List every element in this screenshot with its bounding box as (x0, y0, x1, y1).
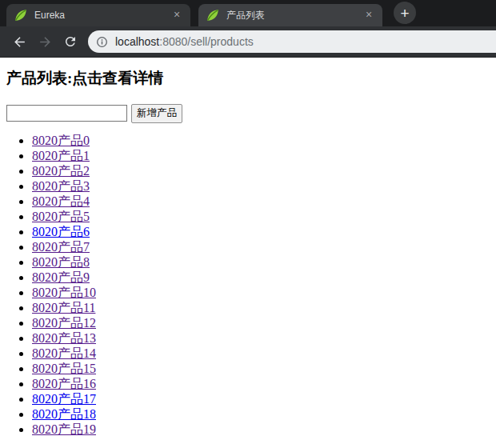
product-list: 8020产品08020产品18020产品28020产品38020产品48020产… (6, 133, 490, 437)
product-link[interactable]: 8020产品19 (32, 422, 96, 436)
product-link[interactable]: 8020产品3 (32, 179, 90, 193)
tab-title: 产品列表 (226, 9, 362, 22)
toolbar: localhost:8080/sell/products (0, 26, 496, 58)
url-text: localhost:8080/sell/products (115, 35, 254, 48)
info-icon[interactable] (96, 36, 108, 48)
tab-product-list[interactable]: 产品列表 × (198, 4, 382, 26)
product-name-input[interactable] (6, 105, 127, 122)
product-link[interactable]: 8020产品2 (32, 164, 90, 178)
add-product-button[interactable]: 新增产品 (131, 104, 182, 123)
list-item: 8020产品12 (32, 315, 490, 330)
list-item: 8020产品10 (32, 285, 490, 300)
list-item: 8020产品1 (32, 148, 490, 163)
list-item: 8020产品13 (32, 330, 490, 346)
list-item: 8020产品3 (32, 178, 490, 194)
product-link[interactable]: 8020产品4 (32, 194, 90, 208)
close-icon[interactable]: × (362, 8, 376, 22)
product-link[interactable]: 8020产品0 (32, 134, 90, 147)
tab-title: Eureka (34, 10, 170, 21)
list-item: 8020产品15 (32, 361, 490, 376)
product-link[interactable]: 8020产品12 (32, 316, 96, 330)
product-link[interactable]: 8020产品7 (32, 240, 90, 254)
product-link[interactable]: 8020产品18 (32, 407, 96, 421)
list-item: 8020产品11 (32, 300, 490, 315)
plus-icon: + (400, 6, 409, 21)
product-link[interactable]: 8020产品9 (32, 270, 90, 284)
url-host: localhost (115, 35, 159, 48)
list-item: 8020产品18 (32, 406, 490, 422)
tab-eureka[interactable]: Eureka × (6, 4, 190, 26)
list-item: 8020产品17 (32, 391, 490, 406)
back-arrow-icon (12, 34, 27, 50)
reload-icon (63, 34, 78, 49)
list-item: 8020产品8 (32, 254, 490, 270)
add-product-form: 新增产品 (6, 104, 490, 123)
spring-leaf-icon (14, 9, 27, 22)
product-link[interactable]: 8020产品17 (32, 392, 96, 406)
list-item: 8020产品16 (32, 376, 490, 391)
list-item: 8020产品2 (32, 163, 490, 178)
page-content: 产品列表:点击查看详情 新增产品 8020产品08020产品18020产品280… (0, 58, 496, 448)
url-path: :8080/sell/products (159, 35, 254, 48)
product-link[interactable]: 8020产品11 (32, 301, 95, 314)
close-icon[interactable]: × (170, 8, 184, 22)
browser-window: Eureka × 产品列表 × + (0, 0, 496, 448)
product-link[interactable]: 8020产品14 (32, 346, 96, 360)
list-item: 8020产品14 (32, 346, 490, 361)
list-item: 8020产品4 (32, 194, 490, 209)
forward-button[interactable] (34, 30, 56, 53)
list-item: 8020产品9 (32, 270, 490, 285)
list-item: 8020产品0 (32, 133, 490, 148)
product-link[interactable]: 8020产品8 (32, 255, 90, 269)
spring-leaf-icon (206, 9, 219, 22)
product-link[interactable]: 8020产品1 (32, 149, 90, 162)
product-link[interactable]: 8020产品13 (32, 331, 96, 345)
list-item: 8020产品19 (32, 422, 490, 437)
new-tab-button[interactable]: + (394, 2, 416, 24)
address-bar[interactable]: localhost:8080/sell/products (88, 30, 496, 53)
list-item: 8020产品7 (32, 239, 490, 254)
back-button[interactable] (8, 30, 30, 53)
list-item: 8020产品6 (32, 224, 490, 239)
list-item: 8020产品5 (32, 209, 490, 224)
product-link[interactable]: 8020产品16 (32, 377, 96, 390)
product-link[interactable]: 8020产品5 (32, 210, 90, 223)
forward-arrow-icon (38, 34, 53, 50)
product-link[interactable]: 8020产品6 (32, 225, 90, 238)
product-link[interactable]: 8020产品10 (32, 286, 96, 299)
page-title: 产品列表:点击查看详情 (6, 70, 490, 87)
tab-bar: Eureka × 产品列表 × + (0, 0, 496, 26)
reload-button[interactable] (59, 30, 82, 53)
product-link[interactable]: 8020产品15 (32, 362, 96, 375)
